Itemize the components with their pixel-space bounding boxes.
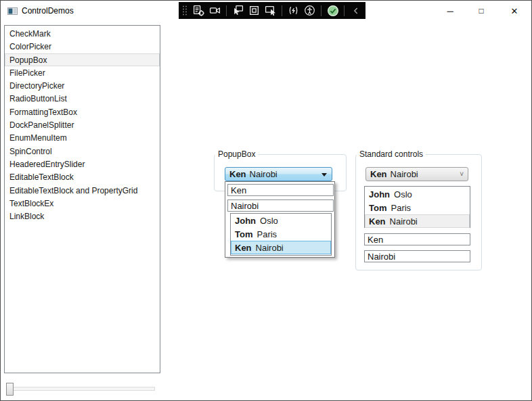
- popupbox-dropdown-panel: JohnOslo TomParis KenNairobi: [225, 181, 335, 258]
- debug-toolbar: [179, 2, 365, 19]
- app-icon: [7, 6, 18, 16]
- sidebar-item-spincontrol[interactable]: SpinControl: [5, 145, 160, 158]
- maximize-button[interactable]: □: [466, 1, 497, 21]
- close-icon: ✕: [511, 6, 518, 16]
- list-item[interactable]: JohnOslo: [231, 214, 331, 227]
- person-name: Ken: [369, 216, 386, 227]
- sidebar-item-filepicker[interactable]: FilePicker: [5, 66, 160, 79]
- list-item-selected[interactable]: KenNairobi: [365, 214, 470, 228]
- sidebar-item-editabletextblock-propertygrid[interactable]: EditableTextBlock and PropertyGrid: [5, 184, 160, 197]
- toolbar-grip-handle[interactable]: [182, 5, 187, 16]
- standard-group-label: Standard controls: [357, 149, 426, 159]
- close-button[interactable]: ✕: [499, 1, 530, 21]
- combo-selected-name: Ken: [229, 169, 246, 179]
- signal-icon[interactable]: [287, 4, 300, 17]
- person-city: Paris: [391, 203, 411, 213]
- maximize-icon: □: [479, 6, 483, 16]
- popup-city-input[interactable]: [227, 199, 334, 212]
- person-city: Oslo: [260, 216, 278, 226]
- minimize-icon: ─: [447, 6, 453, 16]
- dropdown-arrow-icon: [322, 173, 327, 176]
- chevron-down-icon: ˅: [460, 170, 464, 178]
- popup-name-input[interactable]: [227, 184, 334, 196]
- sidebar-item-textblockex[interactable]: TextBlockEx: [5, 197, 160, 210]
- window-title: ControlDemos: [22, 6, 74, 16]
- list-item[interactable]: JohnOslo: [365, 187, 470, 201]
- minimize-button[interactable]: ─: [435, 1, 466, 21]
- sidebar-item-radiobuttonlist[interactable]: RadioButtonList: [5, 92, 160, 105]
- toolbar-separator: [321, 5, 322, 16]
- combo-selected-name: Ken: [370, 169, 387, 179]
- toolbar-separator: [344, 5, 345, 16]
- sidebar-item-linkblock[interactable]: LinkBlock: [5, 210, 160, 222]
- person-name: John: [369, 189, 390, 199]
- sidebar-item-dockpanelsplitter[interactable]: DockPanelSplitter: [5, 118, 160, 131]
- combo-selected-city: Nairobi: [250, 169, 278, 179]
- list-item[interactable]: TomParis: [231, 227, 331, 241]
- sidebar-item-directorypicker[interactable]: DirectoryPicker: [5, 79, 160, 92]
- track-focused-element-icon[interactable]: [264, 4, 277, 17]
- popupbox-combo[interactable]: Ken Nairobi: [225, 167, 332, 181]
- enabled-check-icon[interactable]: [326, 4, 339, 17]
- popupbox-group-label: PopupBox: [215, 149, 258, 159]
- sidebar-item-popupbox[interactable]: PopupBox: [5, 53, 160, 66]
- sidebar-item-formattingtextbox[interactable]: FormattingTextBox: [5, 105, 160, 118]
- standard-city-input[interactable]: [364, 250, 470, 262]
- popup-person-list: JohnOslo TomParis KenNairobi: [230, 213, 332, 256]
- demo-listbox: CheckMark ColorPicker PopupBox FilePicke…: [4, 25, 160, 373]
- toolbar-separator: [282, 5, 282, 16]
- standard-combo[interactable]: Ken Nairobi ˅: [365, 167, 468, 181]
- inspect-element-icon[interactable]: [192, 4, 205, 17]
- sidebar-item-checkmark[interactable]: CheckMark: [5, 27, 160, 40]
- list-item-selected[interactable]: KenNairobi: [231, 241, 331, 254]
- sidebar-item-editabletextblock[interactable]: EditableTextBlock: [5, 170, 160, 183]
- record-video-icon[interactable]: [208, 4, 221, 17]
- display-adorners-icon[interactable]: [248, 4, 261, 17]
- person-name: Ken: [235, 243, 252, 253]
- slider-thumb[interactable]: [6, 383, 14, 396]
- standard-name-input[interactable]: [364, 233, 470, 245]
- list-item[interactable]: TomParis: [365, 201, 470, 214]
- app-window: ControlDemos ─ □ ✕: [0, 0, 532, 401]
- collapse-toolbar-icon[interactable]: [349, 4, 362, 17]
- select-element-icon[interactable]: [231, 4, 244, 17]
- sidebar-item-enummenuitem[interactable]: EnumMenuItem: [5, 131, 160, 144]
- person-city: Nairobi: [390, 216, 418, 227]
- person-name: Tom: [369, 203, 386, 213]
- standard-person-list: JohnOslo TomParis KenNairobi: [364, 186, 470, 228]
- person-name: John: [235, 216, 256, 226]
- accessibility-icon[interactable]: [303, 4, 316, 17]
- combo-selected-city: Nairobi: [391, 169, 418, 179]
- sidebar-item-colorpicker[interactable]: ColorPicker: [5, 40, 160, 53]
- sidebar-item-headeredentryslider[interactable]: HeaderedEntrySlider: [5, 158, 160, 170]
- person-city: Paris: [257, 229, 277, 239]
- toolbar-separator: [226, 5, 227, 16]
- person-city: Nairobi: [256, 243, 284, 253]
- person-city: Oslo: [394, 189, 412, 199]
- slider-track[interactable]: [6, 387, 155, 391]
- person-name: Tom: [235, 229, 252, 239]
